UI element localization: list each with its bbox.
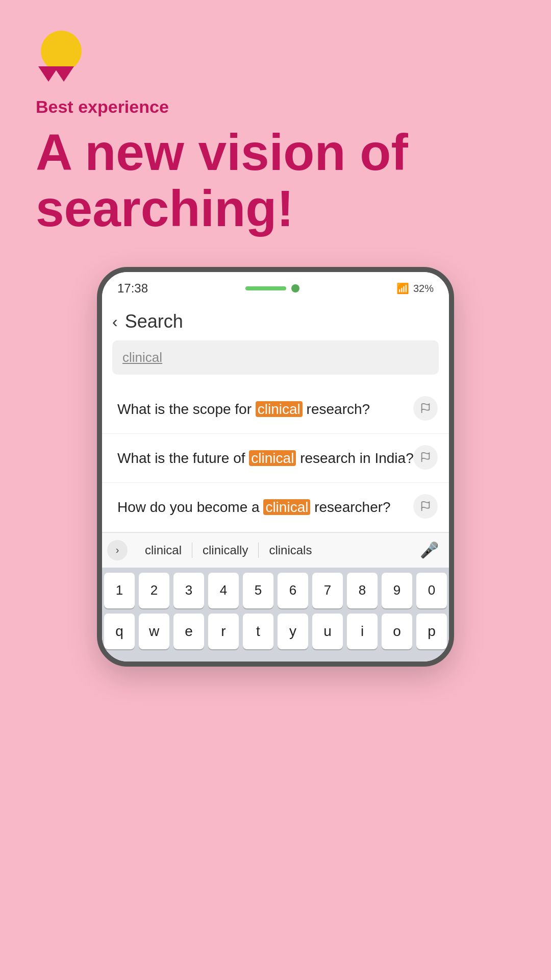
result-text-after-3: researcher? xyxy=(310,499,390,515)
notch-bar xyxy=(245,286,286,290)
result-item-1[interactable]: What is the scope for clinical research? xyxy=(102,385,449,434)
autocomplete-word-3[interactable]: clinicals xyxy=(259,543,322,557)
key-9[interactable]: 9 xyxy=(382,573,412,608)
main-heading: A new vision of searching! xyxy=(36,124,515,236)
mic-icon[interactable]: 🎤 xyxy=(420,541,444,559)
keyboard-row-numbers: 1 2 3 4 5 6 7 8 9 0 xyxy=(105,573,446,608)
screen-header: ‹ Search xyxy=(102,301,449,340)
signal-icon: 📶 xyxy=(396,282,409,295)
key-3[interactable]: 3 xyxy=(173,573,204,608)
key-6[interactable]: 6 xyxy=(278,573,308,608)
key-r[interactable]: r xyxy=(208,614,239,649)
autocomplete-word-2[interactable]: clinically xyxy=(192,543,258,557)
phone-time: 17:38 xyxy=(117,281,148,296)
result-highlight-3: clinical xyxy=(263,499,310,515)
search-input-value[interactable]: clinical xyxy=(122,350,162,365)
key-5[interactable]: 5 xyxy=(243,573,273,608)
key-u[interactable]: u xyxy=(312,614,343,649)
phone-mockup: 17:38 📶 32% ‹ Search clinical xyxy=(97,267,454,667)
result-highlight-2: clinical xyxy=(249,450,296,466)
result-text-before-3: How do you become a xyxy=(117,499,263,515)
key-8[interactable]: 8 xyxy=(347,573,378,608)
key-1[interactable]: 1 xyxy=(104,573,135,608)
key-7[interactable]: 7 xyxy=(312,573,343,608)
flag-button-3[interactable] xyxy=(413,494,438,519)
result-text-after-1: research? xyxy=(303,401,370,417)
flag-button-2[interactable] xyxy=(413,445,438,470)
back-button[interactable]: ‹ xyxy=(112,312,118,331)
autocomplete-words: clinical clinically clinicals xyxy=(135,543,420,558)
key-q[interactable]: q xyxy=(104,614,135,649)
key-e[interactable]: e xyxy=(173,614,204,649)
flag-button-1[interactable] xyxy=(413,396,438,421)
key-y[interactable]: y xyxy=(278,614,308,649)
battery-text: 32% xyxy=(413,283,434,295)
medal-icon xyxy=(36,31,87,82)
key-t[interactable]: t xyxy=(243,614,273,649)
status-bar: 17:38 📶 32% xyxy=(102,272,449,301)
autocomplete-expand-button[interactable]: › xyxy=(107,540,128,560)
key-i[interactable]: i xyxy=(347,614,378,649)
key-2[interactable]: 2 xyxy=(139,573,169,608)
autocomplete-bar: › clinical clinically clinicals 🎤 xyxy=(102,532,449,568)
result-highlight-1: clinical xyxy=(256,401,303,417)
result-text-1: What is the scope for clinical research? xyxy=(117,399,418,419)
keyboard-row-1: q w e r t y u i o p xyxy=(105,614,446,649)
key-4[interactable]: 4 xyxy=(208,573,239,608)
badge-label: Best experience xyxy=(36,97,515,117)
key-p[interactable]: p xyxy=(416,614,447,649)
result-text-3: How do you become a clinical researcher? xyxy=(117,497,418,517)
keyboard: 1 2 3 4 5 6 7 8 9 0 q w e r t y u i xyxy=(102,568,449,662)
screen-title: Search xyxy=(125,311,183,332)
notch-dot xyxy=(291,284,299,292)
medal-circle xyxy=(41,31,82,71)
key-w[interactable]: w xyxy=(139,614,169,649)
heading-line2: searching! xyxy=(36,180,294,237)
result-text-before-1: What is the scope for xyxy=(117,401,256,417)
phone-notch xyxy=(245,284,299,292)
autocomplete-word-1[interactable]: clinical xyxy=(135,543,192,557)
key-0[interactable]: 0 xyxy=(416,573,447,608)
key-o[interactable]: o xyxy=(382,614,412,649)
result-text-before-2: What is the future of xyxy=(117,450,249,466)
result-item-3[interactable]: How do you become a clinical researcher? xyxy=(102,483,449,532)
result-text-2: What is the future of clinical research … xyxy=(117,448,418,468)
result-item-2[interactable]: What is the future of clinical research … xyxy=(102,434,449,483)
page-wrapper: Best experience A new vision of searchin… xyxy=(0,0,551,980)
heading-line1: A new vision of xyxy=(36,124,408,181)
ribbon-right xyxy=(54,66,74,82)
search-input-wrapper[interactable]: clinical xyxy=(112,340,439,375)
result-text-after-2: research in India? xyxy=(296,450,413,466)
results-list: What is the scope for clinical research?… xyxy=(102,385,449,532)
status-icons: 📶 32% xyxy=(396,282,434,295)
